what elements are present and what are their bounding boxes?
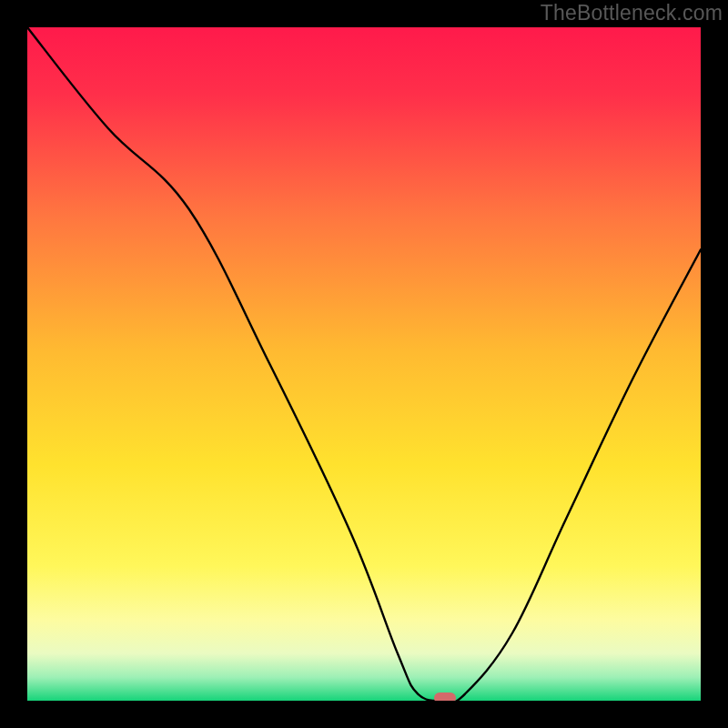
chart-frame: TheBottleneck.com	[0, 0, 728, 728]
watermark-text: TheBottleneck.com	[541, 1, 723, 25]
svg-rect-0	[27, 27, 701, 701]
gradient-background	[27, 27, 701, 701]
plot-area	[27, 27, 701, 701]
optimum-marker	[434, 693, 456, 701]
